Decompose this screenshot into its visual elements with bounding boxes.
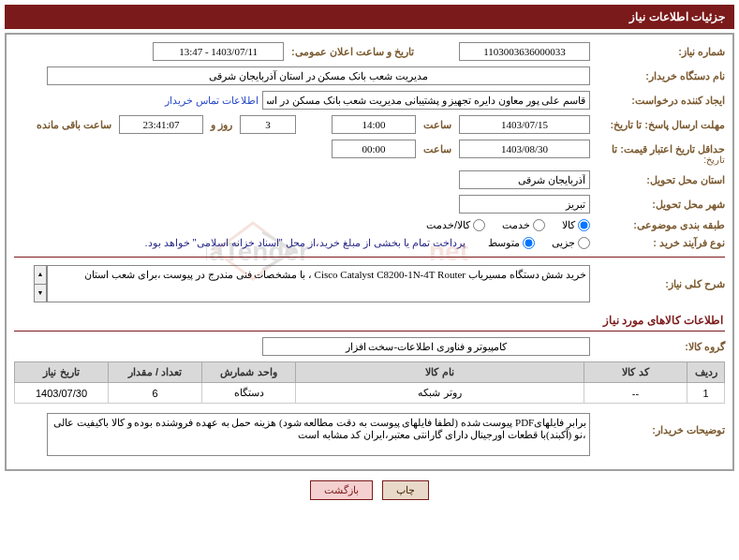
details-panel: AriaTender net شماره نیاز: تاریخ و ساعت …: [5, 33, 734, 471]
min-valid-date-field[interactable]: [459, 140, 590, 158]
cell-date: 1403/07/30: [15, 383, 109, 404]
group-field[interactable]: [262, 337, 590, 356]
print-button[interactable]: چاپ: [382, 480, 429, 500]
countdown-field: [119, 115, 203, 134]
cell-row: 1: [687, 383, 725, 404]
cell-qty: 6: [109, 383, 202, 404]
remaining-label: ساعت باقی مانده: [33, 119, 115, 131]
class-label: طبقه بندی موضوعی:: [594, 219, 725, 231]
city-field[interactable]: [459, 195, 590, 214]
buyer-notes-textarea[interactable]: [47, 413, 590, 456]
spinner-down-icon[interactable]: ▼: [35, 285, 46, 302]
section-title: اطلاعات کالاهای مورد نیاز: [14, 310, 725, 332]
min-valid-label: حداقل تاریخ اعتبار قیمت: تا: [594, 143, 725, 155]
radio-jozee[interactable]: جزیی: [552, 237, 590, 249]
deadline-time-field[interactable]: [332, 115, 416, 134]
time-label-1: ساعت: [420, 119, 455, 131]
radio-kala-khedmat[interactable]: کالا/خدمت: [426, 219, 485, 231]
th-unit: واحد شمارش: [202, 362, 296, 383]
desc-label: شرح کلی نیاز:: [594, 278, 725, 290]
radio-khedmat[interactable]: خدمت: [502, 219, 545, 231]
payment-note: پرداخت تمام یا بخشی از مبلغ خرید،از محل …: [144, 237, 466, 249]
th-date: تاریخ نیاز: [15, 362, 109, 383]
spinner-up-icon[interactable]: ▲: [35, 266, 46, 285]
requester-field[interactable]: [262, 91, 590, 110]
city-label: شهر محل تحویل:: [594, 199, 725, 211]
radio-kala[interactable]: کالا: [562, 219, 590, 231]
th-code: کد کالا: [584, 362, 687, 383]
province-field[interactable]: [459, 170, 590, 189]
process-label: نوع فرآیند خرید :: [594, 237, 725, 249]
process-radio-group: جزیی متوسط: [488, 237, 590, 249]
buyer-org-field[interactable]: [47, 66, 590, 85]
th-name: نام کالا: [296, 362, 584, 383]
table-row[interactable]: 1 -- روتر شبکه دستگاه 6 1403/07/30: [15, 383, 725, 404]
desc-textarea[interactable]: [47, 265, 590, 302]
th-row: ردیف: [687, 362, 725, 383]
date-sublabel: تاریخ:: [594, 155, 725, 165]
deadline-label: مهلت ارسال پاسخ: تا تاریخ:: [594, 119, 725, 131]
province-label: استان محل تحویل:: [594, 174, 725, 186]
requester-label: ایجاد کننده درخواست:: [594, 95, 725, 107]
buyer-notes-label: توضیحات خریدار:: [594, 413, 725, 436]
back-button[interactable]: بازگشت: [310, 480, 373, 500]
page-title: جزئیات اطلاعات نیاز: [5, 5, 734, 29]
announce-label: تاریخ و ساعت اعلان عمومی:: [288, 46, 418, 58]
cell-unit: دستگاه: [202, 383, 296, 404]
contact-link[interactable]: اطلاعات تماس خریدار: [165, 95, 259, 107]
time-label-2: ساعت: [420, 143, 455, 155]
radio-motavaset[interactable]: متوسط: [488, 237, 535, 249]
th-qty: تعداد / مقدار: [109, 362, 202, 383]
cell-code: --: [584, 383, 687, 404]
desc-spinner[interactable]: ▲ ▼: [34, 265, 47, 302]
deadline-date-field[interactable]: [459, 115, 590, 134]
class-radio-group: کالا خدمت کالا/خدمت: [426, 219, 590, 231]
need-no-field[interactable]: [459, 42, 590, 61]
buyer-org-label: نام دستگاه خریدار:: [594, 70, 725, 82]
cell-name: روتر شبکه: [296, 383, 584, 404]
need-no-label: شماره نیاز:: [594, 46, 725, 58]
announce-field[interactable]: [153, 42, 284, 61]
days-and-label: روز و: [207, 119, 236, 131]
group-label: گروه کالا:: [594, 341, 725, 353]
button-row: چاپ بازگشت: [5, 480, 734, 500]
days-count-field[interactable]: [240, 115, 296, 134]
items-table: ردیف کد کالا نام کالا واحد شمارش تعداد /…: [14, 361, 725, 404]
min-valid-time-field[interactable]: [332, 140, 416, 158]
